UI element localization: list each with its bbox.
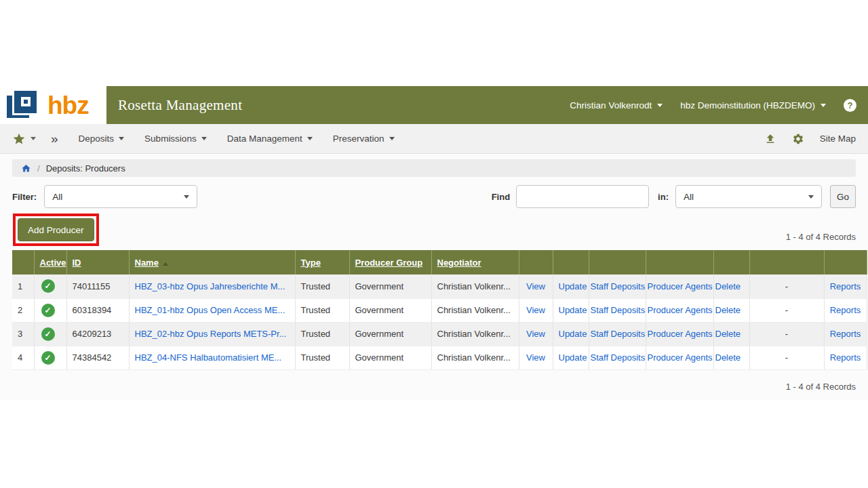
table-row: 2 ✓ 60318394 HBZ_01-hbz Opus Open Access…: [12, 298, 867, 322]
navbar: » Deposits Submissions Data Management P…: [0, 124, 868, 154]
producer-id: 74384542: [66, 346, 129, 369]
help-icon[interactable]: ?: [844, 99, 856, 112]
col-row-number: [12, 250, 34, 274]
producer-group: Government: [349, 346, 431, 369]
delete-link[interactable]: Delete: [715, 305, 741, 315]
filter-select[interactable]: All: [44, 185, 197, 208]
chevron-down-icon: [201, 137, 207, 140]
in-label: in:: [658, 192, 669, 202]
find-in-select[interactable]: All: [675, 185, 822, 208]
row-number: 4: [12, 346, 34, 369]
producer-agents-link[interactable]: Producer Agents: [648, 305, 713, 315]
producer-name-link[interactable]: HBZ_02-hbz Opus Reports METS-Pr...: [135, 329, 287, 339]
records-count-bottom: 1 - 4 of 4 Records: [12, 382, 856, 392]
main-content: / Deposits: Producers Filter: All Find i…: [0, 154, 868, 400]
staff-deposits-link[interactable]: Staff Deposits: [591, 352, 646, 363]
breadcrumb-page: Deposits: Producers: [46, 163, 125, 174]
col-blank: [824, 250, 867, 274]
update-link[interactable]: Update: [559, 281, 587, 291]
view-link[interactable]: View: [526, 305, 545, 315]
chevron-down-icon: [119, 137, 124, 140]
col-blank: [646, 250, 713, 274]
producer-name-link[interactable]: HBZ_04-NFS Halbautomatisiert ME...: [135, 352, 282, 363]
table-row: 3 ✓ 64209213 HBZ_02-hbz Opus Reports MET…: [12, 322, 867, 346]
col-blank: [553, 250, 589, 274]
col-negotiator: Negotiator: [431, 250, 519, 274]
update-link[interactable]: Update: [559, 329, 587, 339]
site-map-link[interactable]: Site Map: [820, 134, 856, 144]
home-icon[interactable]: [21, 163, 31, 174]
find-input[interactable]: [516, 185, 649, 208]
upload-icon[interactable]: [764, 133, 776, 145]
update-link[interactable]: Update: [559, 352, 587, 363]
chevron-down-icon: [307, 137, 313, 140]
favorites-star-icon[interactable]: [12, 132, 26, 146]
active-cell: ✓: [34, 322, 66, 346]
producer-id: 60318394: [66, 298, 129, 322]
producer-name-link[interactable]: HBZ_03-hbz Opus Jahresberichte M...: [135, 281, 285, 291]
active-cell: ✓: [34, 274, 66, 298]
active-cell: ✓: [34, 298, 66, 322]
col-blank: [519, 250, 553, 274]
chevron-down-icon: [821, 104, 826, 107]
user-menu[interactable]: Christian Volkenrodt: [570, 100, 663, 110]
table-row: 1 ✓ 74011155 HBZ_03-hbz Opus Jahresberic…: [12, 274, 867, 298]
producer-id: 64209213: [66, 322, 129, 346]
producer-agents-link[interactable]: Producer Agents: [648, 281, 713, 291]
add-producer-button[interactable]: Add Producer: [18, 218, 94, 241]
producer-name-link[interactable]: HBZ_01-hbz Opus Open Access ME...: [135, 305, 285, 315]
reports-link[interactable]: Reports: [830, 329, 861, 339]
dash-cell: -: [749, 298, 824, 322]
col-blank: [749, 250, 824, 274]
view-link[interactable]: View: [526, 281, 545, 291]
producer-type: Trusted: [295, 322, 349, 346]
delete-link[interactable]: Delete: [715, 352, 741, 363]
staff-deposits-link[interactable]: Staff Deposits: [591, 281, 646, 291]
nav-menu-deposits[interactable]: Deposits: [79, 134, 125, 144]
col-id: ID: [66, 250, 129, 274]
app-title: Rosetta Management: [118, 97, 242, 114]
view-link[interactable]: View: [526, 329, 545, 339]
col-name: Name: [129, 250, 295, 274]
records-count-top: 1 - 4 of 4 Records: [786, 232, 856, 246]
col-producer-group: Producer Group: [349, 250, 431, 274]
gear-icon[interactable]: [792, 133, 804, 145]
nav-menu-preservation[interactable]: Preservation: [333, 134, 395, 144]
producer-agents-link[interactable]: Producer Agents: [648, 352, 713, 363]
hbz-logo-text: hbz: [47, 93, 89, 118]
active-check-icon: ✓: [41, 304, 55, 317]
delete-link[interactable]: Delete: [715, 281, 741, 291]
producer-type: Trusted: [295, 298, 349, 322]
reports-link[interactable]: Reports: [830, 352, 861, 363]
chevron-down-icon: [657, 104, 663, 107]
staff-deposits-link[interactable]: Staff Deposits: [591, 305, 646, 315]
negotiator: Christian Volkenr...: [431, 274, 519, 298]
producers-table: Active ID Name Type Producer Group Negot…: [12, 250, 856, 370]
active-check-icon: ✓: [41, 327, 55, 341]
view-link[interactable]: View: [526, 352, 545, 363]
breadcrumb: / Deposits: Producers: [12, 159, 856, 177]
producer-type: Trusted: [295, 346, 349, 369]
find-label: Find: [492, 192, 510, 202]
update-link[interactable]: Update: [559, 305, 587, 315]
institution-menu[interactable]: hbz Demoinstitution (HBZDEMO): [680, 100, 826, 110]
nav-menu-submissions[interactable]: Submissions: [144, 134, 207, 144]
col-type: Type: [295, 250, 349, 274]
dash-cell: -: [749, 346, 824, 369]
nav-overflow-icon[interactable]: »: [51, 131, 58, 146]
favorites-chevron-icon[interactable]: [31, 137, 36, 140]
reports-link[interactable]: Reports: [830, 281, 861, 291]
nav-menu-data-management[interactable]: Data Management: [227, 134, 313, 144]
chevron-down-icon: [389, 137, 395, 140]
staff-deposits-link[interactable]: Staff Deposits: [591, 329, 646, 339]
actions-row: Add Producer 1 - 4 of 4 Records: [12, 214, 856, 246]
breadcrumb-separator: /: [37, 163, 40, 174]
filter-bar: Filter: All Find in: All Go: [12, 185, 856, 208]
col-active: Active: [34, 250, 66, 274]
dash-cell: -: [749, 274, 824, 298]
delete-link[interactable]: Delete: [715, 329, 741, 339]
hbz-logo-icon: [7, 89, 40, 121]
reports-link[interactable]: Reports: [830, 305, 861, 315]
go-button[interactable]: Go: [830, 185, 856, 208]
producer-agents-link[interactable]: Producer Agents: [648, 329, 713, 339]
